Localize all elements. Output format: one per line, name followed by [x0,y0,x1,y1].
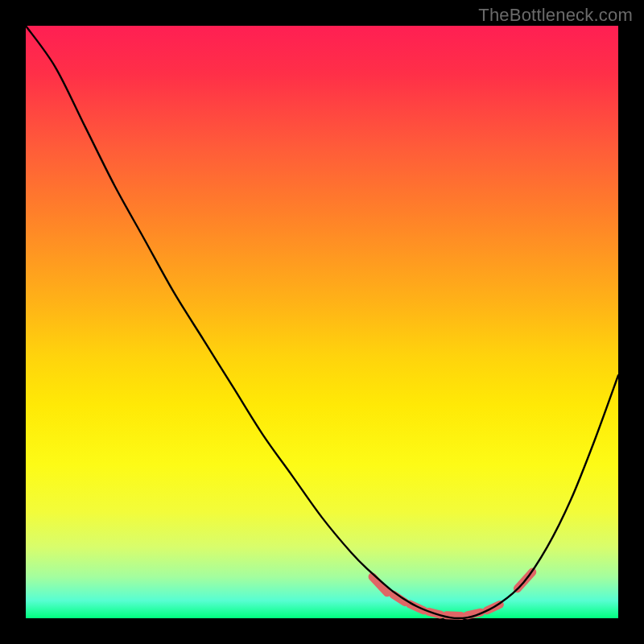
plot-area [26,26,618,618]
watermark-label: TheBottleneck.com [478,5,633,26]
bottleneck-curve-path [26,26,618,618]
chart-frame: TheBottleneck.com [0,0,644,644]
curve-svg [26,26,618,618]
accent-dash [447,615,461,616]
